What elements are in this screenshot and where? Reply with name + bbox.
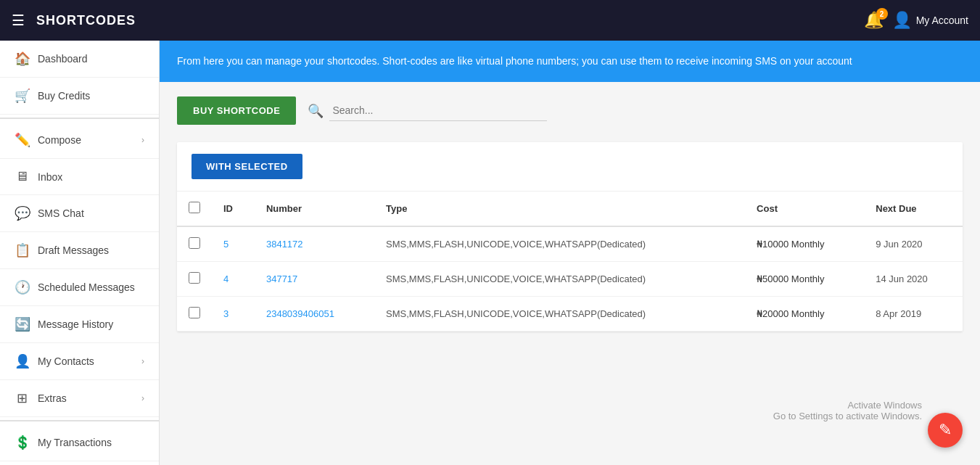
table-row: 4 347717 SMS,MMS,FLASH,UNICODE,VOICE,WHA… (177, 262, 963, 297)
select-all-checkbox[interactable] (189, 202, 200, 213)
buy-shortcode-button[interactable]: BUY SHORTCODE (177, 96, 296, 125)
sidebar-item-message-history[interactable]: 🔄 Message History (0, 306, 159, 343)
sidebar-item-my-contacts[interactable]: 👤 My Contacts › (0, 343, 159, 380)
header-type: Type (374, 192, 745, 226)
header-id: ID (212, 192, 255, 226)
sidebar: 🏠 Dashboard 🛒 Buy Credits ✏️ Compose › 🖥… (0, 41, 160, 465)
row-number: 2348039406051 (255, 297, 374, 332)
row-cost: ₦50000 Monthly (745, 262, 864, 297)
row-type: SMS,MMS,FLASH,UNICODE,VOICE,WHATSAPP(Ded… (374, 262, 745, 297)
account-label: My Account (916, 15, 968, 26)
cart-icon: 🛒 (15, 88, 29, 104)
sidebar-label-compose: Compose (38, 134, 133, 146)
fab-button[interactable]: ✎ (928, 413, 963, 448)
topnav-right: 🔔 2 👤 My Account (864, 11, 968, 30)
row-cost: ₦10000 Monthly (745, 226, 864, 262)
info-banner: From here you can manage your shortcodes… (160, 41, 980, 82)
clock-icon: 🕐 (15, 279, 29, 295)
account-button[interactable]: 👤 My Account (892, 11, 968, 30)
row-type: SMS,MMS,FLASH,UNICODE,VOICE,WHATSAPP(Ded… (374, 226, 745, 262)
history-icon: 🔄 (15, 316, 29, 332)
header-next-due: Next Due (864, 192, 963, 226)
row-id: 5 (212, 226, 255, 262)
table-row: 5 3841172 SMS,MMS,FLASH,UNICODE,VOICE,WH… (177, 226, 963, 262)
contacts-icon: 👤 (15, 353, 29, 369)
row-id: 3 (212, 297, 255, 332)
row-checkbox-0[interactable] (189, 237, 200, 249)
row-next-due: 14 Jun 2020 (864, 262, 963, 297)
shortcodes-table-card: WITH SELECTED ID Number Type Cost Next D… (177, 142, 963, 332)
app-title: SHORTCODES (36, 13, 864, 28)
sidebar-divider-2 (0, 420, 159, 421)
table-toolbar: WITH SELECTED (177, 142, 963, 192)
sidebar-item-inbox[interactable]: 🖥 Inbox (0, 159, 159, 195)
search-container: 🔍 (308, 100, 743, 121)
sidebar-label-contacts: My Contacts (38, 355, 133, 367)
sidebar-divider-1 (0, 118, 159, 119)
row-id: 4 (212, 262, 255, 297)
row-cost: ₦20000 Monthly (745, 297, 864, 332)
chat-icon: 💬 (15, 205, 29, 221)
sidebar-label-extras: Extras (38, 392, 133, 404)
menu-icon[interactable]: ☰ (12, 12, 25, 29)
sidebar-item-scheduled-messages[interactable]: 🕐 Scheduled Messages (0, 269, 159, 306)
table-row: 3 2348039406051 SMS,MMS,FLASH,UNICODE,VO… (177, 297, 963, 332)
content-area: BUY SHORTCODE 🔍 WITH SELECTED (160, 82, 980, 346)
with-selected-button[interactable]: WITH SELECTED (192, 154, 302, 179)
extras-icon: ⊞ (15, 390, 29, 406)
search-icon: 🔍 (308, 103, 324, 119)
row-next-due: 8 Apr 2019 (864, 297, 963, 332)
transactions-icon: 💲 (15, 435, 29, 450)
sidebar-item-sms-chat[interactable]: 💬 SMS Chat (0, 195, 159, 232)
edit-icon: ✎ (939, 421, 952, 440)
header-cost: Cost (745, 192, 864, 226)
row-checkbox-1[interactable] (189, 272, 200, 284)
sidebar-item-my-transactions[interactable]: 💲 My Transactions (0, 424, 159, 461)
sidebar-item-dashboard[interactable]: 🏠 Dashboard (0, 41, 159, 78)
table-header-row: ID Number Type Cost Next Due (177, 192, 963, 226)
sidebar-item-support-tickets[interactable]: 💬 My Support Tickets (0, 461, 159, 465)
sidebar-label-transactions: My Transactions (38, 437, 144, 448)
top-navbar: ☰ SHORTCODES 🔔 2 👤 My Account (0, 0, 980, 41)
chevron-right-icon-3: › (141, 393, 144, 403)
row-checkbox-2[interactable] (189, 307, 200, 318)
row-next-due: 9 Jun 2020 (864, 226, 963, 262)
row-number: 347717 (255, 262, 374, 297)
row-number: 3841172 (255, 226, 374, 262)
header-checkbox-cell (177, 192, 212, 226)
sidebar-label-sms-chat: SMS Chat (38, 207, 144, 219)
sidebar-label-history: Message History (38, 318, 144, 330)
account-icon: 👤 (892, 11, 912, 30)
watermark-line1: Activate Windows (773, 400, 922, 411)
info-banner-text: From here you can manage your shortcodes… (177, 55, 852, 67)
sidebar-item-buy-credits[interactable]: 🛒 Buy Credits (0, 78, 159, 115)
top-actions: BUY SHORTCODE 🔍 (177, 96, 963, 125)
row-checkbox-cell (177, 297, 212, 332)
sidebar-item-compose[interactable]: ✏️ Compose › (0, 122, 159, 159)
home-icon: 🏠 (15, 51, 29, 67)
sidebar-label-draft: Draft Messages (38, 244, 144, 256)
sidebar-label-inbox: Inbox (38, 171, 144, 183)
row-checkbox-cell (177, 226, 212, 262)
header-number: Number (255, 192, 374, 226)
draft-icon: 📋 (15, 242, 29, 258)
notification-button[interactable]: 🔔 2 (864, 11, 884, 30)
search-input[interactable] (329, 100, 547, 121)
notification-badge: 2 (876, 8, 888, 20)
sidebar-item-extras[interactable]: ⊞ Extras › (0, 380, 159, 417)
shortcodes-table: ID Number Type Cost Next Due 5 3841172 S… (177, 192, 963, 332)
watermark-line2: Go to Settings to activate Windows. (773, 411, 922, 421)
inbox-icon: 🖥 (15, 169, 29, 184)
chevron-right-icon: › (141, 135, 144, 145)
sidebar-item-draft-messages[interactable]: 📋 Draft Messages (0, 232, 159, 269)
watermark: Activate Windows Go to Settings to activ… (773, 400, 922, 421)
compose-icon: ✏️ (15, 132, 29, 148)
sidebar-label-scheduled: Scheduled Messages (38, 281, 144, 293)
sidebar-label-buy-credits: Buy Credits (38, 90, 144, 102)
chevron-right-icon-2: › (141, 356, 144, 366)
row-type: SMS,MMS,FLASH,UNICODE,VOICE,WHATSAPP(Ded… (374, 297, 745, 332)
sidebar-label-dashboard: Dashboard (38, 53, 144, 65)
row-checkbox-cell (177, 262, 212, 297)
